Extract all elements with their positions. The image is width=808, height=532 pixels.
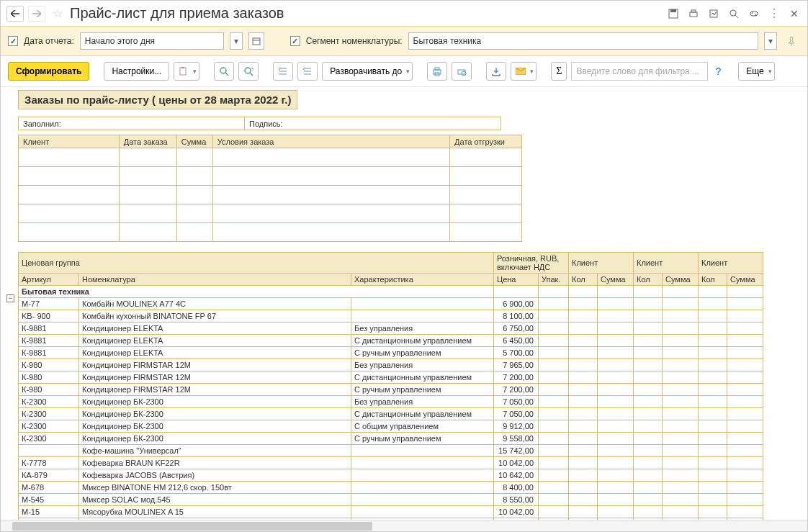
cell-nomenclature: Кондиционер FIRMSTAR 12M: [79, 384, 351, 396]
cell-pack: [539, 335, 569, 347]
table-row[interactable]: К-9881Кондиционер ELEKTAС дистанционным …: [19, 335, 763, 347]
menu-dots-icon[interactable]: ⋮: [767, 6, 781, 21]
cell-sum: [598, 371, 634, 384]
date-calendar-btn[interactable]: [248, 32, 264, 50]
order-row[interactable]: [19, 186, 522, 204]
tree-collapse-toggle[interactable]: −: [6, 294, 14, 302]
generate-button[interactable]: Сформировать: [8, 62, 89, 81]
link-icon[interactable]: [747, 6, 761, 21]
order-row[interactable]: [19, 167, 522, 186]
cell-qty: [634, 371, 663, 384]
table-row[interactable]: К-2300Кондиционер БК-2300Без управления7…: [19, 396, 763, 408]
table-row[interactable]: К-2300Кондиционер БК-2300С дистанционным…: [19, 408, 763, 420]
date-filter-input[interactable]: Начало этого дня: [80, 32, 224, 50]
table-row[interactable]: К-9881Кондиционер ELEKTAБез управления6 …: [19, 323, 763, 335]
table-row[interactable]: К-980Кондиционер FIRMSTAR 12MС ручным уп…: [19, 384, 763, 396]
arrow-left-icon: [11, 10, 19, 17]
table-row[interactable]: К-9881Кондиционер ELEKTAС ручным управле…: [19, 347, 763, 359]
envelope-icon: [516, 68, 526, 75]
order-row[interactable]: [19, 223, 522, 242]
table-row[interactable]: М-545Миксер SOLAC мод.5458 550,00: [19, 494, 763, 506]
table-row[interactable]: М-15Мясорубка MOULINEX A 1510 042,00: [19, 506, 763, 518]
table-row[interactable]: KB- 900Комбайн кухонный BINATONE FP 678 …: [19, 310, 763, 323]
cell-sum: [727, 335, 763, 347]
nav-back-button[interactable]: [6, 6, 24, 22]
favorite-star-icon[interactable]: ☆: [50, 6, 66, 20]
save-file-button[interactable]: [486, 62, 506, 81]
order-row[interactable]: [19, 148, 522, 167]
find-next-button[interactable]: [238, 62, 259, 81]
cell-qty: [569, 494, 598, 506]
table-row[interactable]: К-980Кондиционер FIRMSTAR 12MС дистанцио…: [19, 371, 763, 384]
report-icon[interactable]: [706, 6, 721, 21]
segment-checkbox[interactable]: ✓: [290, 36, 300, 46]
horizontal-scrollbar[interactable]: [1, 520, 807, 531]
category-row[interactable]: Бытовая техника: [19, 286, 763, 298]
help-link[interactable]: ?: [712, 66, 724, 77]
email-button[interactable]: ▾: [511, 62, 537, 81]
print-button[interactable]: [427, 62, 447, 81]
cell-qty: [569, 347, 598, 359]
table-row[interactable]: К-2300Кондиционер БК-2300С ручным управл…: [19, 433, 763, 445]
print-preview-button[interactable]: [452, 62, 472, 81]
collapse-button[interactable]: [273, 62, 293, 81]
pin-icon[interactable]: [783, 35, 800, 47]
scrollbar-thumb[interactable]: [12, 522, 372, 531]
segment-filter-value: Бытовая техника: [413, 36, 753, 46]
cell-nomenclature: Кофеварка JACOBS (Австрия): [79, 469, 351, 482]
cell-qty: [569, 506, 598, 518]
cell-pack: [539, 359, 569, 371]
cell-qty: [634, 323, 663, 335]
report-area[interactable]: − Заказы по прайс-листу ( цены от 28 мар…: [1, 87, 807, 520]
more-button[interactable]: Еще▾: [738, 62, 774, 81]
table-row[interactable]: М-678Миксер BINATONE HM 212,6 скор. 150в…: [19, 482, 763, 494]
nav-forward-button[interactable]: [28, 6, 45, 22]
cell-characteristic: [351, 445, 494, 457]
cell-sum: [663, 445, 699, 457]
cell-sum: [598, 433, 634, 445]
filter-search-input[interactable]: Введите слово для фильтра ...: [571, 62, 708, 81]
table-row[interactable]: М-77Комбайн MOULINEX A77 4C6 900,00: [19, 298, 763, 310]
filter-placeholder: Введите слово для фильтра ...: [576, 66, 699, 76]
variants-button[interactable]: ▾: [174, 62, 199, 81]
header-price-group: Ценовая группа: [19, 253, 494, 274]
date-filter-value: Начало этого дня: [85, 36, 219, 46]
cell-qty: [699, 445, 727, 457]
date-dropdown-btn[interactable]: ▾: [230, 32, 243, 50]
cell-qty: [699, 457, 727, 469]
table-row[interactable]: К-2300Кондиционер БК-2300С общим управле…: [19, 420, 763, 433]
cell-sum: [663, 457, 699, 469]
cell-sum: [663, 408, 699, 420]
save-icon[interactable]: [666, 6, 681, 21]
cell-article: М-545: [19, 494, 79, 506]
table-row[interactable]: К-980Кондиционер FIRMSTAR 12MБез управле…: [19, 359, 763, 371]
order-header-date: Дата заказа: [119, 135, 176, 148]
print-icon[interactable]: [686, 6, 701, 21]
calendar-icon: [252, 37, 261, 45]
order-header-client: Клиент: [19, 135, 120, 148]
cell-qty: [634, 506, 663, 518]
zoom-icon[interactable]: [727, 6, 741, 21]
order-header-conditions: Условия заказа: [212, 135, 449, 148]
cell-sum: [598, 298, 634, 310]
cell-qty: [699, 384, 727, 396]
table-row[interactable]: К-7778Кофеварка BRAUN KF22R10 042,00: [19, 457, 763, 469]
sum-button[interactable]: Σ: [551, 62, 567, 81]
find-button[interactable]: [214, 62, 234, 81]
date-checkbox[interactable]: ✓: [8, 36, 18, 46]
order-row[interactable]: [19, 204, 522, 223]
segment-filter-input[interactable]: Бытовая техника: [408, 32, 758, 50]
cell-nomenclature: Комбайн кухонный BINATONE FP 67: [79, 310, 351, 323]
cell-pack: [539, 433, 569, 445]
expand-button[interactable]: [297, 62, 318, 81]
segment-dropdown-btn[interactable]: ▾: [764, 32, 777, 50]
cell-sum: [598, 506, 634, 518]
expand-to-button[interactable]: Разворачивать до▾: [322, 62, 413, 81]
table-row[interactable]: Кофе-машина "Универсал"15 742,00: [19, 445, 763, 457]
settings-button[interactable]: Настройки...: [104, 62, 169, 81]
cell-sum: [663, 347, 699, 359]
cell-qty: [699, 408, 727, 420]
table-row[interactable]: КА-879Кофеварка JACOBS (Австрия)10 642,0…: [19, 469, 763, 482]
cell-qty: [634, 420, 663, 433]
close-icon[interactable]: ✕: [787, 6, 802, 21]
